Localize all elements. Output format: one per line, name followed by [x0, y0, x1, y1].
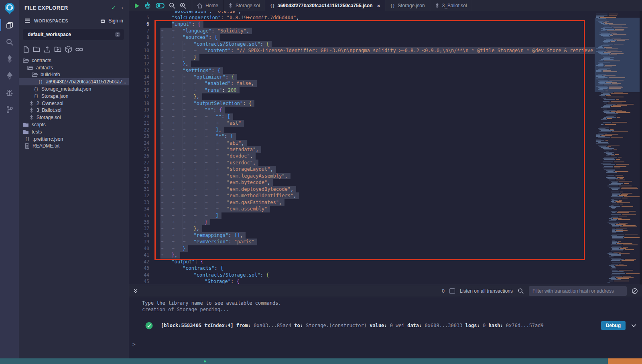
tree-item-a69b43f277ba20fcac141151250ca7-[interactable]: {}a69b43f277ba20fcac141151250ca7...	[19, 78, 129, 85]
tree-item-scripts[interactable]: scripts	[19, 121, 129, 128]
indent: →	[205, 179, 216, 186]
code-line-21: 21→→→→→→"ast"	[129, 120, 595, 126]
box-icon[interactable]	[65, 46, 72, 53]
debug-button[interactable]: Debug	[601, 321, 626, 330]
tree-item-storage-sol[interactable]: Storage.sol	[19, 114, 129, 121]
listen-all-checkbox[interactable]	[449, 288, 455, 294]
indent: →	[172, 74, 183, 80]
code-editor[interactable]: "solcVersion": "0.8.19",5"solcLongVersio…	[129, 11, 642, 285]
tab-3-ballot-sol[interactable]: 3_Ballot.sol	[430, 0, 472, 11]
indent: →	[205, 113, 216, 120]
code-text: "Storage": {	[160, 278, 240, 285]
activity-item-remix-logo[interactable]	[0, 0, 19, 17]
tree-item-tests[interactable]: tests	[19, 128, 129, 135]
token: }	[205, 219, 207, 225]
tx-value: 0x76d...57ad9	[506, 323, 544, 328]
play-icon[interactable]	[134, 3, 140, 9]
indent: →	[172, 47, 183, 54]
terminal-panel: 0 Listen on all transactions Type the li…	[129, 285, 642, 358]
tree-item-storage-json[interactable]: {}Storage.json	[19, 93, 129, 100]
token: :	[231, 81, 236, 86]
panel-title: FILE EXPLORER	[24, 5, 111, 11]
clear-console-icon[interactable]	[632, 288, 638, 294]
tree-item-contracts[interactable]: contracts	[19, 57, 129, 64]
indent: →	[160, 160, 172, 166]
line-number: 24	[129, 140, 149, 146]
line-number: 18	[129, 100, 149, 107]
transaction-summary: [block:5583405 txIndex:4] from: 0xa03...…	[161, 323, 601, 328]
workspace-select[interactable]: default_workspace	[23, 29, 124, 40]
indent: →	[160, 41, 172, 47]
transaction-row[interactable]: [block:5583405 txIndex:4] from: 0xa03...…	[145, 321, 636, 330]
tree-item--prettierrc-json[interactable]: {}.prettierrc.json	[19, 135, 129, 143]
tab-a69b43f277ba20fcac141151250ca755-json[interactable]: {}a69b43f277ba20fcac141151250ca755.json×	[265, 0, 386, 11]
tab-storage-json[interactable]: {}Storage.json	[385, 0, 430, 11]
code-line-30: 30→→→→→→"evm.bytecode",	[129, 179, 595, 186]
indent: →	[172, 120, 183, 126]
tree-item-3-ballot-sol[interactable]: 3_Ballot.sol	[19, 107, 129, 114]
transaction-count-badge: 0	[442, 288, 445, 294]
indent: →	[216, 186, 227, 192]
token: :	[243, 101, 248, 106]
tree-item-label: README.txt	[33, 143, 59, 149]
code-line-24: 24→→→→→→"abi",	[129, 140, 595, 146]
tab-home[interactable]: Home	[192, 0, 223, 11]
zoom-out-icon[interactable]	[169, 2, 175, 9]
link-icon[interactable]	[75, 47, 83, 52]
code-text: →→→→→→"evm.deployedBytecode",	[160, 186, 296, 192]
minimap-viewport[interactable]	[595, 18, 640, 92]
code-line-6: 6"input": {	[129, 21, 595, 27]
code-line-20: 20→→→→→"": [	[129, 113, 595, 120]
indent: →	[160, 232, 172, 239]
folder-open-icon	[32, 72, 38, 77]
code-line-33: 33→→→→→→"evm.gasEstimates",	[129, 199, 595, 206]
code-line-14: 14→→→"optimizer": {	[129, 74, 595, 80]
hamburger-icon[interactable]	[24, 18, 30, 23]
activity-item-deploy-run[interactable]	[0, 67, 19, 84]
line-number: 44	[129, 272, 149, 278]
expand-terminal-icon[interactable]	[133, 288, 138, 294]
folder-open-icon	[23, 58, 29, 63]
ai-robot-icon[interactable]	[144, 2, 151, 9]
zoom-in-icon[interactable]	[180, 2, 186, 9]
tab-storage-sol[interactable]: Storage.sol	[223, 0, 265, 11]
close-icon[interactable]: ×	[377, 3, 380, 9]
activity-item-git[interactable]	[0, 101, 19, 118]
activity-item-solidity-compiler[interactable]	[0, 51, 19, 67]
upload-folder-icon[interactable]	[54, 46, 61, 53]
chevron-down-icon[interactable]	[631, 324, 636, 328]
sign-in-button[interactable]: Sign in	[100, 18, 123, 24]
code-line-10: 10→→→→"content": "// SPDX-License-Identi…	[129, 47, 595, 54]
new-folder-icon[interactable]	[33, 46, 40, 53]
token: "settings"	[183, 68, 211, 73]
activity-item-debugger[interactable]	[0, 84, 19, 101]
upload-file-icon[interactable]	[44, 46, 51, 53]
code-line-23: 23→→→→→"*": [	[129, 133, 595, 140]
selected-text: →→→→→→"userdoc",	[160, 160, 258, 166]
token: :	[195, 259, 200, 265]
token: }	[194, 226, 197, 231]
terminal-prompt[interactable]: >	[132, 341, 136, 347]
new-file-icon[interactable]	[23, 46, 29, 53]
activity-item-search[interactable]	[0, 34, 19, 51]
transaction-filter-input[interactable]	[529, 286, 627, 296]
tree-item-storage-metadata-json[interactable]: {}Storage_metadata.json	[19, 85, 129, 93]
tree-item-build-info[interactable]: build-info	[19, 71, 129, 79]
tab-label: Home	[205, 3, 218, 8]
line-number: 45	[129, 278, 149, 285]
indent: →	[160, 127, 172, 133]
tree-item-artifacts[interactable]: artifacts	[19, 64, 129, 71]
token: {	[266, 272, 269, 278]
status-alert-segment[interactable]	[608, 358, 642, 364]
chevron-right-icon[interactable]: ›	[121, 4, 123, 11]
selected-text: →→→→→→"evm.methodIdentifiers",	[160, 192, 299, 199]
tree-item-2-owner-sol[interactable]: 2_Owner.sol	[19, 100, 129, 107]
activity-item-file-explorer[interactable]	[0, 17, 19, 34]
token: "evm.gasEstimates"	[227, 200, 279, 205]
code-text: →→→→→→"devdoc",	[160, 153, 256, 159]
code-line-26: 26→→→→→→"devdoc",	[129, 153, 595, 159]
tree-item-readme-txt[interactable]: README.txt	[19, 143, 129, 150]
indent: →	[172, 212, 183, 219]
toggle-icon[interactable]	[156, 3, 165, 8]
minimap[interactable]	[595, 11, 642, 285]
